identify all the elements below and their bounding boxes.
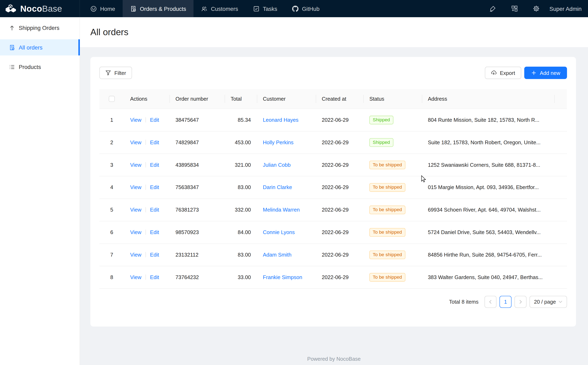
- appstore-add-icon: [511, 5, 518, 12]
- orders-table-card: Filter Export Add new: [90, 57, 576, 327]
- customer-link[interactable]: Adam Smith: [263, 252, 291, 258]
- view-link[interactable]: View: [130, 252, 141, 258]
- github-icon: [292, 6, 298, 12]
- view-link[interactable]: View: [130, 139, 141, 145]
- table-row: 7ViewEdit2313211283.00Adam Smith2022-06-…: [99, 244, 567, 266]
- row-index: 1: [99, 109, 124, 131]
- row-index: 4: [99, 176, 124, 198]
- previous-page-button[interactable]: [485, 296, 497, 308]
- customer-link[interactable]: Connie Lyons: [263, 229, 295, 235]
- status-tag: Shipped: [369, 138, 393, 147]
- sidebar-item-all-orders[interactable]: All orders: [0, 39, 80, 56]
- cell-empty: [554, 109, 567, 131]
- row-actions: ViewEdit: [124, 176, 169, 198]
- nav-orders-products[interactable]: Orders & Products: [123, 0, 194, 17]
- cell-created-at: 2022-06-29: [316, 244, 363, 266]
- brand-wordmark: NocoBase: [20, 3, 62, 14]
- view-link[interactable]: View: [130, 162, 141, 168]
- smile-icon: [90, 6, 97, 12]
- select-all-checkbox[interactable]: [109, 96, 115, 102]
- chevron-left-icon: [488, 299, 493, 304]
- cell-address: 804 Runte Mission, Suite 182, 15783, Nor…: [422, 109, 554, 131]
- cell-created-at: 2022-06-29: [316, 154, 363, 176]
- unordered-list-icon: [9, 64, 15, 70]
- highlight-icon: [489, 5, 496, 12]
- cell-created-at: 2022-06-29: [316, 131, 363, 154]
- customer-link[interactable]: Julian Cobb: [263, 162, 290, 168]
- filter-button[interactable]: Filter: [99, 67, 132, 79]
- add-new-button[interactable]: Add new: [524, 67, 567, 79]
- view-link[interactable]: View: [130, 207, 141, 213]
- cell-total: 84.00: [225, 221, 257, 244]
- topbar: NocoBase Home Orders & Products: [0, 0, 588, 17]
- action-divider: [145, 162, 146, 168]
- page-1-button[interactable]: 1: [500, 296, 512, 308]
- customer-link[interactable]: Holly Perkins: [263, 139, 294, 145]
- view-link[interactable]: View: [130, 184, 141, 190]
- pagination: Total 8 items 1 20 / page: [99, 296, 567, 308]
- cell-customer: Darin Clarke: [257, 176, 316, 198]
- cell-address: Suite 182, 15783, North Robert, Oregon, …: [422, 131, 554, 154]
- cell-status: Shipped: [363, 131, 422, 154]
- cell-status: To be shipped: [363, 198, 422, 221]
- main-content: Filter Export Add new: [80, 47, 588, 365]
- nav-customers[interactable]: Customers: [194, 0, 246, 17]
- cell-empty: [554, 244, 567, 266]
- edit-link[interactable]: Edit: [150, 162, 159, 168]
- view-link[interactable]: View: [130, 229, 141, 235]
- settings-button[interactable]: [525, 0, 547, 17]
- customer-link[interactable]: Leonard Hayes: [263, 117, 298, 123]
- cell-total: 83.00: [225, 244, 257, 266]
- edit-link[interactable]: Edit: [150, 117, 159, 123]
- edit-link[interactable]: Edit: [150, 184, 159, 190]
- customer-link[interactable]: Frankie Simpson: [263, 274, 302, 280]
- nav-github[interactable]: GitHub: [285, 0, 327, 17]
- nav-tasks[interactable]: Tasks: [246, 0, 285, 17]
- customer-link[interactable]: Darin Clarke: [263, 184, 292, 190]
- cloud-download-icon: [491, 70, 496, 76]
- cell-customer: Leonard Hayes: [257, 109, 316, 131]
- cell-total: 85.34: [225, 109, 257, 131]
- customer-link[interactable]: Melinda Warren: [263, 207, 300, 213]
- page-title: All orders: [90, 27, 129, 37]
- table-row: 4ViewEdit7563834783.00Darin Clarke2022-0…: [99, 176, 567, 198]
- cell-customer: Melinda Warren: [257, 198, 316, 221]
- row-index: 2: [99, 131, 124, 154]
- cell-customer: Connie Lyons: [257, 221, 316, 244]
- next-page-button[interactable]: [515, 296, 527, 308]
- app-root: NocoBase Home Orders & Products: [0, 0, 588, 365]
- status-tag: To be shipped: [369, 273, 405, 281]
- plugin-blocks-button[interactable]: [504, 0, 525, 17]
- row-actions: ViewEdit: [124, 266, 169, 288]
- file-done-icon: [130, 6, 137, 12]
- cell-status: Shipped: [363, 109, 422, 131]
- table-row: 8ViewEdit7376423233.00Frankie Simpson202…: [99, 266, 567, 288]
- sidebar-item-shipping-orders[interactable]: Shipping Orders: [0, 20, 80, 36]
- status-tag: To be shipped: [369, 160, 405, 169]
- edit-link[interactable]: Edit: [150, 229, 159, 235]
- view-link[interactable]: View: [130, 117, 141, 123]
- row-index: 8: [99, 266, 124, 288]
- chevron-right-icon: [518, 299, 523, 304]
- cell-empty: [554, 176, 567, 198]
- export-button[interactable]: Export: [485, 67, 521, 79]
- user-menu[interactable]: Super Admin: [550, 6, 582, 12]
- row-actions: ViewEdit: [124, 221, 169, 244]
- powered-by: Powered by NocoBase: [80, 356, 588, 362]
- highlight-button[interactable]: [482, 0, 504, 17]
- page-size-select[interactable]: 20 / page: [530, 296, 567, 308]
- cell-total: 33.00: [225, 266, 257, 288]
- edit-link[interactable]: Edit: [150, 139, 159, 145]
- view-link[interactable]: View: [130, 274, 141, 280]
- cell-total: 453.00: [225, 131, 257, 154]
- edit-link[interactable]: Edit: [150, 252, 159, 258]
- cell-address: 5724 Daniel Drive, Suite 563, 54403, Wen…: [422, 221, 554, 244]
- mouse-cursor: [421, 175, 429, 183]
- cell-order-number: 38475647: [169, 109, 225, 131]
- sidebar-item-products[interactable]: Products: [0, 59, 80, 75]
- nav-home[interactable]: Home: [83, 0, 123, 17]
- edit-link[interactable]: Edit: [150, 207, 159, 213]
- brand-logo[interactable]: NocoBase: [0, 0, 80, 17]
- status-tag: To be shipped: [369, 183, 405, 191]
- edit-link[interactable]: Edit: [150, 274, 159, 280]
